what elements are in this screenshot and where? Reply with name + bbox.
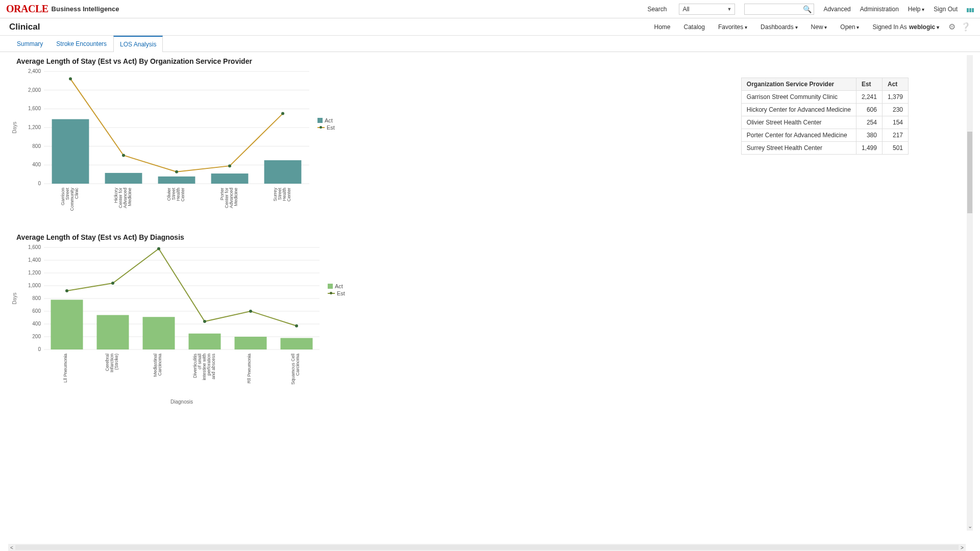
global-header: ORACLE Business Intelligence Search All … (0, 0, 980, 18)
table-row[interactable]: Hickory Center for Advanced Medicine6062… (741, 104, 908, 116)
svg-text:Days: Days (12, 293, 17, 305)
svg-text:2,400: 2,400 (28, 68, 41, 74)
menu-open[interactable]: Open (840, 23, 859, 31)
section1-title: Average Length of Stay (Est vs Act) By O… (16, 57, 972, 65)
search-scope-select[interactable]: All (679, 4, 735, 15)
svg-text:0: 0 (38, 181, 41, 186)
svg-rect-16 (105, 173, 142, 184)
svg-text:Clinic: Clinic (74, 188, 79, 199)
help-icon[interactable]: ❔ (961, 22, 971, 32)
topbar-menu: Search All 🔍 Advanced Administration Hel… (647, 4, 974, 15)
svg-rect-66 (143, 317, 175, 349)
svg-text:2,000: 2,000 (28, 87, 41, 93)
svg-point-21 (122, 154, 125, 157)
svg-rect-17 (158, 177, 195, 184)
user-menu[interactable]: weblogic (909, 23, 939, 31)
svg-point-73 (203, 320, 206, 323)
svg-rect-18 (211, 173, 249, 184)
chart2-svg: 02004006008001,0001,2001,4001,600DaysLll… (8, 242, 325, 406)
menu-dashboards[interactable]: Dashboards (761, 23, 798, 31)
administration-link[interactable]: Administration (860, 6, 899, 13)
svg-text:Center: Center (180, 188, 185, 202)
svg-text:Lll Pneumonia: Lll Pneumonia (63, 354, 68, 383)
scroll-down-icon[interactable]: ⌄ (968, 523, 972, 530)
svg-text:400: 400 (32, 321, 41, 327)
svg-text:Carcinoma: Carcinoma (157, 354, 162, 376)
table-row[interactable]: Garrison Street Community Clinic2,2411,3… (741, 91, 908, 104)
org-data-table: Organization Service Provider Est Act Ga… (741, 78, 909, 155)
tab-los-analysis[interactable]: LOS Analysis (113, 36, 163, 52)
svg-rect-64 (51, 300, 83, 350)
chart1-legend: Act Est (317, 117, 335, 231)
svg-text:1,000: 1,000 (28, 283, 41, 288)
gear-icon[interactable]: ⚙ (948, 22, 955, 32)
page-header: Clinical Home Catalog Favorites Dashboar… (0, 18, 980, 36)
menu-favorites[interactable]: Favorites (718, 23, 747, 31)
signed-in-as: Signed In As weblogic (872, 23, 939, 31)
svg-point-20 (69, 78, 72, 81)
svg-text:1,600: 1,600 (28, 106, 41, 111)
svg-rect-68 (235, 337, 267, 349)
th-act[interactable]: Act (882, 78, 908, 91)
search-label: Search (647, 6, 667, 13)
svg-text:and abscess: and abscess (211, 354, 216, 380)
svg-point-24 (281, 112, 284, 115)
table-row[interactable]: Porter Center for Advanced Medicine38021… (741, 129, 908, 142)
svg-point-75 (295, 324, 298, 328)
menu-home[interactable]: Home (654, 23, 671, 31)
brand-logo: ORACLE (6, 3, 48, 15)
svg-text:(Stroke): (Stroke) (114, 354, 119, 370)
svg-text:Medicine: Medicine (233, 188, 238, 206)
brand-suffix: Business Intelligence (52, 5, 119, 13)
chart2-area: 02004006008001,0001,2001,4001,600DaysLll… (8, 242, 972, 407)
svg-point-74 (249, 310, 252, 313)
menu-catalog[interactable]: Catalog (684, 23, 705, 31)
svg-point-23 (228, 164, 231, 167)
svg-text:1,200: 1,200 (28, 124, 41, 130)
svg-text:1,400: 1,400 (28, 257, 41, 263)
svg-point-72 (157, 247, 160, 251)
search-input[interactable] (747, 6, 803, 13)
svg-text:0: 0 (38, 346, 41, 352)
table-row[interactable]: Surrey Street Health Center1,499501 (741, 142, 908, 155)
help-menu[interactable]: Help (908, 6, 924, 13)
svg-text:800: 800 (32, 143, 41, 149)
main-menu: Home Catalog Favorites Dashboards New Op… (654, 23, 939, 31)
tab-summary[interactable]: Summary (10, 36, 50, 52)
svg-rect-69 (281, 338, 313, 350)
svg-rect-67 (189, 334, 221, 349)
signout-link[interactable]: Sign Out (934, 6, 958, 13)
svg-text:Days: Days (12, 122, 17, 134)
svg-point-70 (65, 289, 68, 292)
chart1-svg: 04008001,2001,6002,0002,400DaysGarrisonS… (8, 66, 314, 230)
tabs: Summary Stroke Encounters LOS Analysis (0, 36, 980, 52)
svg-rect-19 (264, 160, 302, 184)
svg-text:Medicine: Medicine (127, 188, 132, 206)
svg-text:400: 400 (32, 162, 41, 167)
dashboard-content: ⌃ Average Length of Stay (Est vs Act) By… (0, 52, 980, 544)
app-switcher-icon[interactable] (967, 8, 974, 10)
section2-title: Average Length of Stay (Est vs Act) By D… (16, 233, 972, 241)
svg-rect-15 (52, 119, 89, 184)
svg-text:Rll Pneumonia: Rll Pneumonia (247, 354, 252, 384)
advanced-link[interactable]: Advanced (823, 6, 850, 13)
svg-text:1,200: 1,200 (28, 270, 41, 276)
svg-rect-65 (97, 315, 129, 350)
tab-stroke[interactable]: Stroke Encounters (50, 36, 113, 52)
page-title: Clinical (9, 22, 40, 32)
svg-text:600: 600 (32, 308, 41, 314)
search-icon[interactable]: 🔍 (803, 5, 812, 13)
svg-point-71 (111, 282, 114, 285)
svg-point-22 (175, 170, 178, 173)
svg-text:Carcinoma: Carcinoma (295, 354, 300, 376)
svg-text:Diagnosis: Diagnosis (170, 399, 193, 405)
th-org[interactable]: Organization Service Provider (741, 78, 856, 91)
menu-new[interactable]: New (811, 23, 827, 31)
table-row[interactable]: Olivier Street Health Center254154 (741, 116, 908, 129)
chart2-legend: Act Est (328, 283, 345, 407)
svg-text:1,600: 1,600 (28, 244, 41, 250)
svg-text:Center: Center (286, 188, 291, 202)
vertical-scrollbar[interactable]: ⌄ (967, 55, 973, 531)
th-est[interactable]: Est (856, 78, 882, 91)
search-input-wrap: 🔍 (744, 4, 814, 15)
